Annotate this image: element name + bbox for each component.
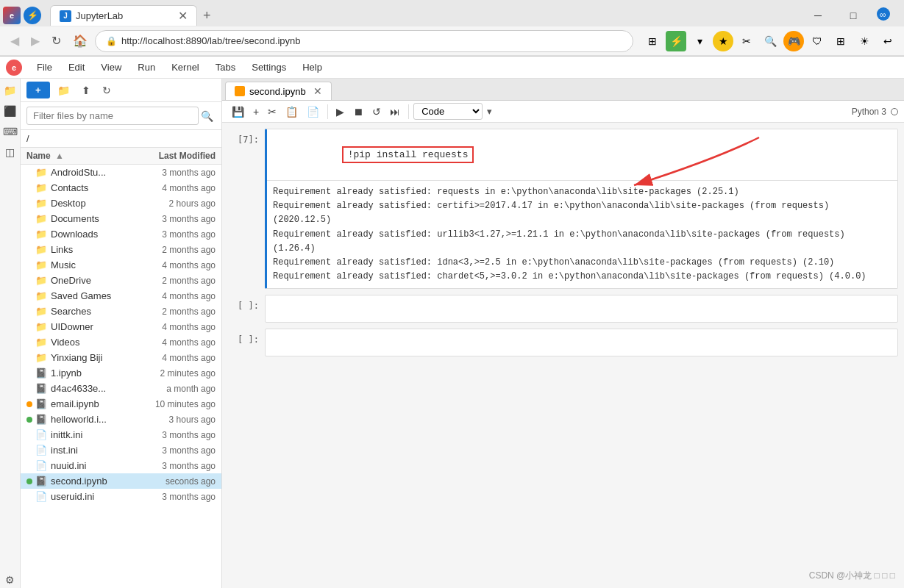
file-row[interactable]: 📁Searches2 months ago (21, 304, 221, 319)
cell-box-2[interactable] (265, 295, 898, 323)
file-name: Yinxiang Biji (51, 352, 142, 363)
file-name: OneDrive (51, 275, 142, 286)
grid2-ext-icon[interactable]: ⊞ (830, 31, 851, 51)
file-status-dot (26, 386, 32, 392)
menu-tabs[interactable]: Tabs (208, 60, 243, 75)
menu-file[interactable]: File (29, 60, 60, 75)
file-row[interactable]: 📄inittk.ini3 months ago (21, 427, 221, 442)
scissors-ext-icon[interactable]: ✂ (736, 31, 757, 51)
refresh-button[interactable]: ↻ (47, 31, 65, 51)
insert-cell-below-button[interactable]: + (249, 104, 263, 120)
notebook-tab-close[interactable]: ✕ (313, 85, 322, 97)
toolbar-separator (327, 104, 328, 119)
minimize-button[interactable]: ─ (801, 5, 835, 26)
game-ext-icon[interactable]: 🎮 (783, 31, 804, 51)
fast-forward-button[interactable]: ⏭ (386, 104, 404, 120)
file-status-dot (26, 463, 32, 469)
interrupt-kernel-button[interactable]: ⏹ (349, 104, 367, 120)
forward-button[interactable]: ▶ (26, 31, 44, 51)
app-icon: e (3, 7, 21, 24)
file-row[interactable]: 📓email.ipynb10 minutes ago (21, 396, 221, 412)
undo-ext-icon[interactable]: ↩ (878, 31, 898, 51)
file-row[interactable]: 📁Videos4 months ago (21, 334, 221, 350)
cell-input-1: !pip install requests (267, 129, 897, 180)
menu-view[interactable]: View (93, 60, 129, 75)
upload-button[interactable]: ⬆ (77, 82, 95, 98)
file-status-dot (26, 494, 32, 500)
cell-box-1[interactable]: !pip install requests Requirement alread… (265, 129, 898, 289)
menu-settings[interactable]: Settings (244, 60, 293, 75)
file-type-icon: 📁 (35, 321, 47, 332)
file-row[interactable]: 📄useruid.ini3 months ago (21, 489, 221, 504)
file-panel: + 📁 ⬆ ↻ 🔍 / Name ▲ Last Modified 📁Androi… (21, 79, 222, 588)
file-row[interactable]: 📓helloworld.i...3 hours ago (21, 412, 221, 427)
new-tab-button[interactable]: + (197, 8, 217, 24)
extension-icon: ∞ (872, 5, 895, 23)
file-row[interactable]: 📁Contacts4 months ago (21, 180, 221, 196)
settings-side-icon[interactable]: ⚙ (1, 571, 19, 588)
file-row[interactable]: 📁OneDrive2 months ago (21, 273, 221, 288)
file-row[interactable]: 📓d4ac4633e...a month ago (21, 381, 221, 396)
file-type-icon: 📁 (35, 229, 47, 240)
paste-cells-button[interactable]: 📄 (303, 104, 323, 120)
file-name: 1.ipynb (51, 368, 142, 379)
menu-help[interactable]: Help (295, 60, 330, 75)
search-ext-icon[interactable]: 🔍 (760, 31, 780, 51)
file-row[interactable]: 📓1.ipynb2 minutes ago (21, 365, 221, 381)
sun-ext-icon[interactable]: ☀ (854, 31, 875, 51)
file-row[interactable]: 📁Music4 months ago (21, 257, 221, 273)
copy-cells-button[interactable]: 📋 (282, 104, 302, 120)
cell-wrapper-1: [7]: !pip install requests Requirement a… (222, 129, 904, 289)
tab-close-button[interactable]: ✕ (178, 10, 188, 22)
running-icon[interactable]: ⬛ (1, 102, 19, 120)
file-name: AndroidStu... (51, 167, 142, 178)
cut-cells-button[interactable]: ✂ (264, 104, 280, 120)
file-status-dot (26, 170, 32, 176)
notebook-tab[interactable]: second.ipynb ✕ (225, 82, 332, 100)
file-type-icon: 📁 (35, 275, 47, 286)
run-cell-button[interactable]: ▶ (332, 104, 348, 120)
dropdown-ext-icon[interactable]: ▾ (689, 31, 710, 51)
tabs-icon[interactable]: ◫ (1, 143, 19, 161)
menu-run[interactable]: Run (130, 60, 163, 75)
file-row[interactable]: 📓second.ipynbseconds ago (21, 473, 221, 489)
file-row[interactable]: 📁Links2 months ago (21, 242, 221, 257)
menu-kernel[interactable]: Kernel (164, 60, 207, 75)
grid-ext-icon[interactable]: ⊞ (642, 31, 663, 51)
new-file-button[interactable]: + (26, 82, 50, 98)
maximize-button[interactable]: □ (836, 5, 870, 26)
file-row[interactable]: 📁Yinxiang Biji4 months ago (21, 350, 221, 365)
notebook-tab-title: second.ipynb (249, 86, 306, 97)
home-button[interactable]: 🏠 (68, 31, 92, 51)
file-row[interactable]: 📁Downloads3 months ago (21, 226, 221, 242)
file-row[interactable]: 📁Desktop2 hours ago (21, 196, 221, 211)
cell-box-3[interactable] (265, 329, 898, 356)
file-name: inst.ini (51, 445, 142, 456)
refresh-files-button[interactable]: ↻ (98, 82, 115, 98)
file-name: nuuid.ini (51, 460, 142, 471)
file-row[interactable]: 📄inst.ini3 months ago (21, 442, 221, 458)
file-status-dot (26, 432, 32, 438)
save-button[interactable]: 💾 (228, 104, 248, 120)
filter-search-icon[interactable]: 🔍 (199, 108, 216, 124)
shield-ext-icon[interactable]: 🛡 (807, 31, 828, 51)
new-folder-button[interactable]: 📁 (53, 82, 74, 98)
file-row[interactable]: 📄nuuid.ini3 months ago (21, 458, 221, 473)
file-row[interactable]: 📁AndroidStu...3 months ago (21, 165, 221, 180)
file-row[interactable]: 📁Saved Games4 months ago (21, 288, 221, 304)
cell-type-select[interactable]: Code Markdown Raw (413, 103, 483, 120)
menu-edit[interactable]: Edit (61, 60, 92, 75)
files-icon[interactable]: 📁 (1, 82, 19, 99)
star-ext-icon[interactable]: ★ (713, 31, 733, 51)
notebook-content: [7]: !pip install requests Requirement a… (222, 123, 904, 588)
restart-kernel-button[interactable]: ↺ (369, 104, 385, 120)
file-row[interactable]: 📁UIDowner4 months ago (21, 319, 221, 334)
lightning-ext-icon[interactable]: ⚡ (666, 31, 686, 51)
address-box[interactable]: 🔒 http://localhost:8890/lab/tree/second.… (95, 30, 633, 52)
browser-tab[interactable]: J JupyterLab ✕ (50, 5, 197, 26)
commands-icon[interactable]: ⌨ (1, 123, 19, 140)
back-button[interactable]: ◀ (6, 31, 24, 51)
file-row[interactable]: 📁Documents3 months ago (21, 211, 221, 226)
file-name: d4ac4633e... (51, 383, 142, 394)
filter-input[interactable] (26, 107, 199, 125)
